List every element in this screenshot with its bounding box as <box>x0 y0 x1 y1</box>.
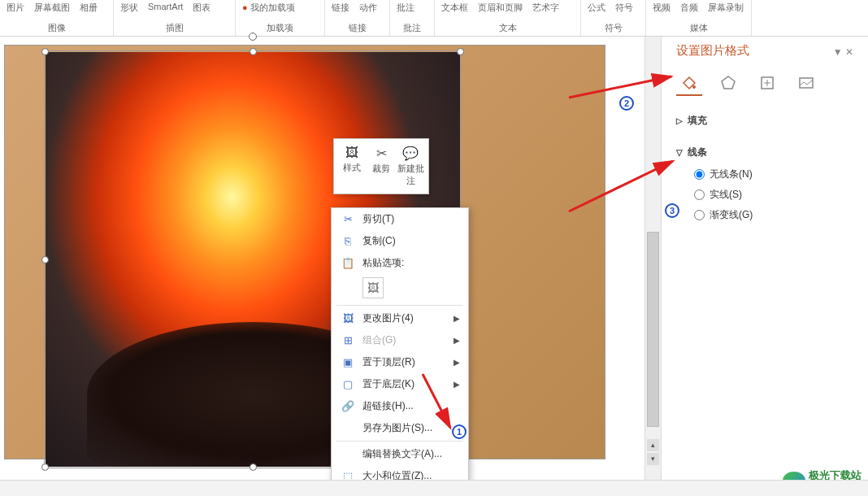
paste-option-picture[interactable]: 🖼 <box>362 277 384 298</box>
vertical-scrollbar[interactable]: ▴ ▾ <box>644 37 661 480</box>
menu-group: ⊞组合(G)▶ <box>332 329 468 351</box>
ribbon-group-label-symbols: 符号 <box>588 22 639 36</box>
scroll-thumb[interactable] <box>647 232 659 427</box>
ribbon-group-label-media: 媒体 <box>653 22 744 36</box>
menu-bring-to-front[interactable]: ▣置于顶层(R)▶ <box>332 351 468 373</box>
menu-cut[interactable]: ✂剪切(T) <box>332 208 468 230</box>
format-tab-effects[interactable] <box>715 70 741 96</box>
radio-no-line[interactable]: 无线条(N) <box>694 164 853 185</box>
picture-icon <box>797 74 815 92</box>
submenu-arrow-icon: ▶ <box>454 380 460 389</box>
resize-handle-tc[interactable] <box>250 48 257 55</box>
fill-section-header[interactable]: ▷填充 <box>676 109 853 133</box>
ribbon-item-wordart[interactable]: 艺术字 <box>532 2 559 14</box>
group-icon: ⊞ <box>340 334 356 346</box>
format-tab-fill-line[interactable] <box>676 70 702 96</box>
menu-copy[interactable]: ⎘复制(C) <box>332 230 468 252</box>
ribbon-group-label-text: 文本 <box>441 22 574 36</box>
bring-front-icon: ▣ <box>340 356 356 368</box>
mini-toolbar: 🖼样式 ✂裁剪 💬新建批注 <box>333 138 429 194</box>
ribbon-group-label-links: 链接 <box>332 22 383 36</box>
radio-gradient-line[interactable]: 渐变线(G) <box>694 205 853 225</box>
ribbon-item-action[interactable]: 动作 <box>359 2 377 14</box>
submenu-arrow-icon: ▶ <box>454 314 460 323</box>
ribbon-item-album[interactable]: 相册 <box>80 2 98 14</box>
ribbon-item-shapes[interactable]: 形状 <box>120 2 138 14</box>
scroll-up-page[interactable]: ▴ <box>647 439 659 451</box>
ribbon-item-equation[interactable]: 公式 <box>588 2 605 14</box>
paint-bucket-icon <box>680 73 698 91</box>
radio-no-line-input[interactable] <box>694 169 705 180</box>
format-tab-size[interactable] <box>754 70 780 96</box>
ribbon-item-audio[interactable]: 音频 <box>680 2 698 14</box>
submenu-arrow-icon: ▶ <box>454 358 460 367</box>
menu-hyperlink[interactable]: 🔗超链接(H)... <box>332 395 468 417</box>
paste-icon: 📋 <box>340 257 356 269</box>
cut-icon: ✂ <box>340 213 356 225</box>
ribbon-item-link[interactable]: 链接 <box>332 2 349 14</box>
chevron-right-icon: ▷ <box>676 116 683 125</box>
menu-change-picture[interactable]: 🖼更改图片(4)▶ <box>332 307 468 329</box>
style-icon: 🖼 <box>337 146 367 160</box>
pentagon-icon <box>719 74 737 92</box>
menu-edit-alt-text[interactable]: 编辑替换文字(A)... <box>332 443 468 465</box>
ribbon-item-picture[interactable]: 图片 <box>7 2 24 14</box>
context-menu: ✂剪切(T) ⎘复制(C) 📋粘贴选项: 🖼 🖼更改图片(4)▶ ⊞组合(G)▶… <box>331 207 469 496</box>
scroll-down-page[interactable]: ▾ <box>647 453 659 465</box>
resize-handle-bl[interactable] <box>41 463 49 471</box>
ribbon-item-chart[interactable]: 图表 <box>193 2 210 14</box>
chevron-down-icon: ▽ <box>676 148 683 157</box>
ribbon-item-screenrec[interactable]: 屏幕录制 <box>708 2 744 14</box>
resize-handle-tl[interactable] <box>41 48 49 55</box>
mini-new-comment-button[interactable]: 💬新建批注 <box>396 142 425 190</box>
format-picture-pane: ▼ ✕ 设置图片格式 ▷填充 ▽线条 无线条(N) 实线(S) 渐变线( <box>661 37 868 480</box>
crop-icon: ✂ <box>367 146 396 161</box>
link-icon: 🔗 <box>340 400 356 412</box>
radio-solid-input[interactable] <box>694 189 705 200</box>
radio-solid-line[interactable]: 实线(S) <box>694 185 853 205</box>
line-section-header[interactable]: ▽线条 <box>676 141 853 164</box>
ribbon-item-headerfooter[interactable]: 页眉和页脚 <box>478 2 523 14</box>
send-back-icon: ▢ <box>340 378 356 390</box>
resize-handle-ml[interactable] <box>41 256 49 263</box>
ribbon-group-label-illustrations: 插图 <box>120 22 228 36</box>
ribbon-item-screenshot[interactable]: 屏幕截图 <box>34 2 70 14</box>
mini-style-button[interactable]: 🖼样式 <box>337 142 367 190</box>
radio-gradient-input[interactable] <box>694 210 705 220</box>
ribbon-item-addins[interactable]: ● 我的加载项 <box>242 2 295 14</box>
annotation-badge-2: 2 <box>619 96 634 111</box>
size-icon <box>758 74 776 92</box>
slide-canvas[interactable]: 🖼样式 ✂裁剪 💬新建批注 ✂剪切(T) ⎘复制(C) 📋粘贴选项: 🖼 🖼更改… <box>0 37 644 480</box>
ribbon-group-label-comments: 批注 <box>397 22 427 36</box>
comment-icon: 💬 <box>396 146 425 161</box>
ribbon-group-label-image: 图像 <box>7 22 106 36</box>
copy-icon: ⎘ <box>340 235 356 247</box>
resize-handle-bc[interactable] <box>250 463 257 471</box>
menu-paste-options: 📋粘贴选项: <box>332 252 468 274</box>
submenu-arrow-icon: ▶ <box>454 336 460 345</box>
svg-rect-2 <box>800 78 813 88</box>
format-tab-picture[interactable] <box>793 70 819 96</box>
ribbon-item-smartart[interactable]: SmartArt <box>148 2 183 14</box>
ribbon-item-video[interactable]: 视频 <box>653 2 671 14</box>
ribbon-item-textbox[interactable]: 文本框 <box>441 2 468 14</box>
slide[interactable] <box>4 45 605 459</box>
mini-crop-button[interactable]: ✂裁剪 <box>367 142 396 190</box>
format-pane-title: 设置图片格式 <box>676 43 853 59</box>
menu-send-to-back[interactable]: ▢置于底层(K)▶ <box>332 373 468 395</box>
annotation-badge-3: 3 <box>665 203 679 218</box>
resize-handle-tr[interactable] <box>457 48 464 55</box>
rotate-handle[interactable] <box>249 33 257 41</box>
ribbon: 图片 屏幕截图 相册 图像 形状 SmartArt 图表 插图 ● 我的加载项 … <box>0 0 868 37</box>
close-pane-button[interactable]: ▼ ✕ <box>833 46 853 58</box>
ribbon-item-symbol[interactable]: 符号 <box>615 2 633 14</box>
status-bar <box>0 480 868 496</box>
ribbon-item-comment[interactable]: 批注 <box>397 2 414 14</box>
change-picture-icon: 🖼 <box>340 312 356 324</box>
annotation-badge-1: 1 <box>452 424 467 439</box>
svg-point-0 <box>692 85 696 89</box>
menu-save-as-picture[interactable]: 另存为图片(S)... <box>332 417 468 439</box>
